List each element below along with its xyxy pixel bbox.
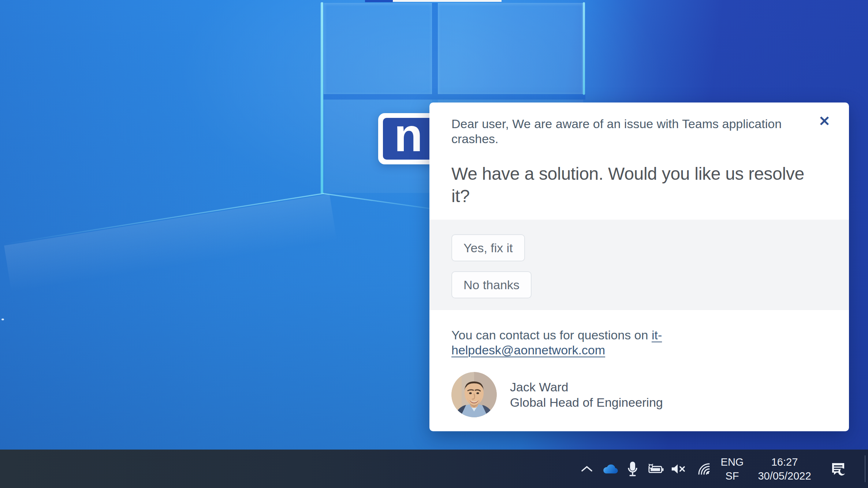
background-window-strip-blue — [365, 0, 393, 2]
light-spark — [1, 318, 4, 320]
sender-row: Jack Ward Global Head of Engineering — [451, 372, 827, 417]
sender-name: Jack Ward — [510, 379, 663, 395]
language-line1: ENG — [721, 455, 744, 469]
onedrive-cloud-icon — [601, 463, 618, 474]
close-icon: ✕ — [819, 114, 830, 128]
chevron-up-icon — [580, 465, 593, 473]
windows-logo-pane-top-right — [438, 3, 583, 94]
show-desktop-divider[interactable] — [865, 455, 865, 482]
battery-button[interactable] — [648, 464, 664, 474]
hidden-icons-button[interactable] — [580, 465, 593, 473]
clock-time: 16:27 — [758, 455, 811, 469]
no-thanks-button[interactable]: No thanks — [451, 271, 532, 298]
windows-logo-pane-top-left — [324, 3, 432, 94]
taskbar: ENG SF 16:27 30/05/2022 — [0, 450, 868, 488]
language-line2: SF — [721, 469, 744, 483]
windows-logo-vertical-divider — [432, 3, 438, 94]
wifi-button[interactable] — [696, 463, 711, 475]
actions-section: Yes, fix it No thanks — [429, 220, 849, 310]
notification-popup: Dear user, We are aware of an issue with… — [429, 103, 849, 431]
language-indicator[interactable]: ENG SF — [720, 455, 744, 483]
battery-charging-icon — [648, 464, 664, 474]
clock-text: 16:27 30/05/2022 — [758, 455, 811, 483]
windows-logo-left-glow-edge — [321, 2, 323, 194]
microphone-button[interactable] — [627, 461, 638, 477]
light-ray-right — [323, 193, 432, 209]
nexthink-letter: n — [394, 112, 422, 159]
footer-section: You can contact us for questions on it-h… — [429, 310, 849, 431]
sender-avatar-image — [451, 372, 497, 417]
contact-prefix: You can contact us for questions on — [451, 328, 652, 342]
nexthink-logo-icon: n — [383, 118, 434, 160]
action-center-button[interactable] — [830, 462, 847, 476]
yes-fix-it-button[interactable]: Yes, fix it — [451, 234, 525, 261]
close-button[interactable]: ✕ — [816, 113, 833, 130]
microphone-icon — [627, 461, 638, 477]
windows-logo-right-glow-edge — [583, 2, 585, 95]
wifi-icon — [696, 463, 711, 475]
clock-date: 30/05/2022 — [758, 469, 811, 483]
windows-logo-horizontal-divider — [323, 94, 585, 100]
action-center-focus-assist-icon — [830, 462, 847, 476]
notification-question-text: We have a solution. Would you like us re… — [451, 163, 827, 207]
contact-text: You can contact us for questions on it-h… — [451, 328, 689, 358]
avatar — [451, 372, 497, 417]
clock[interactable]: 16:27 30/05/2022 — [755, 455, 814, 483]
notification-header-text: Dear user, We are aware of an issue with… — [451, 116, 794, 146]
language-text: ENG SF — [721, 455, 744, 483]
light-wedge — [4, 194, 337, 293]
onedrive-button[interactable] — [601, 463, 618, 474]
background-window-strip-white — [393, 0, 502, 2]
system-tray: ENG SF 16:27 30/05/2022 — [580, 450, 868, 488]
volume-button[interactable] — [670, 463, 686, 475]
sender-identity: Jack Ward Global Head of Engineering — [510, 379, 663, 410]
volume-muted-icon — [670, 463, 686, 475]
sender-role: Global Head of Engineering — [510, 395, 663, 410]
